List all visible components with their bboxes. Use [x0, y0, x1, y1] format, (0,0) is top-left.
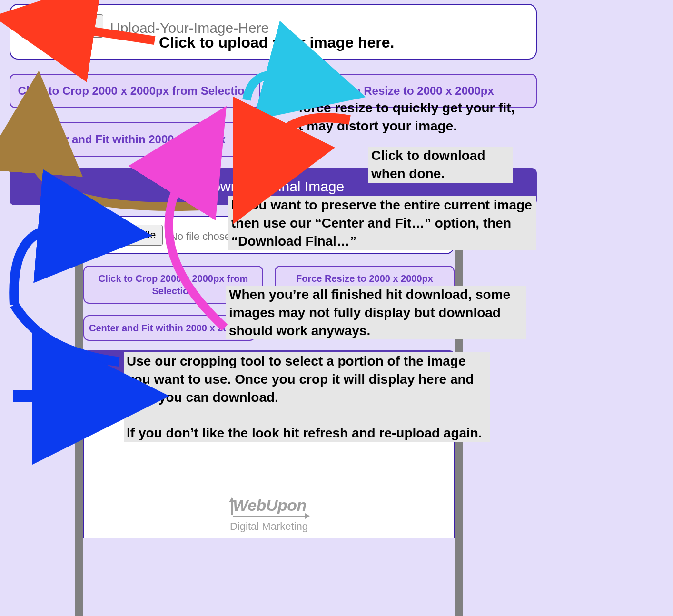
arrow-blue-to-inner-choose: [14, 228, 67, 305]
annotation-center-fit-hint: If you want to preserve the entire curre…: [228, 196, 536, 250]
choose-file-button[interactable]: Choose File: [21, 14, 103, 38]
annotation-download-hint: Click to download when done.: [368, 147, 513, 183]
crop-from-selection-button[interactable]: Click to Crop 2000 x 2000px from Selecti…: [10, 74, 260, 108]
annotation-crop-tool-hint: Use our cropping tool to select a portio…: [124, 352, 490, 442]
annotation-upload-hint: Click to upload your image here.: [156, 32, 397, 53]
inner-choose-file-button[interactable]: Choose File: [93, 225, 163, 246]
inner-upload-placeholder: No file chosen: [170, 230, 236, 243]
logo-watermark: WebUpon Digital Marketing: [229, 496, 309, 533]
annotation-finished-hint: When you’re all finished hit download, s…: [226, 286, 526, 339]
center-and-fit-button[interactable]: Center and Fit within 2000 x 2000px: [10, 122, 248, 157]
logo-subtitle: Digital Marketing: [229, 520, 309, 533]
annotation-force-resize-hint: Use force resize to quickly get your fit…: [267, 99, 539, 135]
